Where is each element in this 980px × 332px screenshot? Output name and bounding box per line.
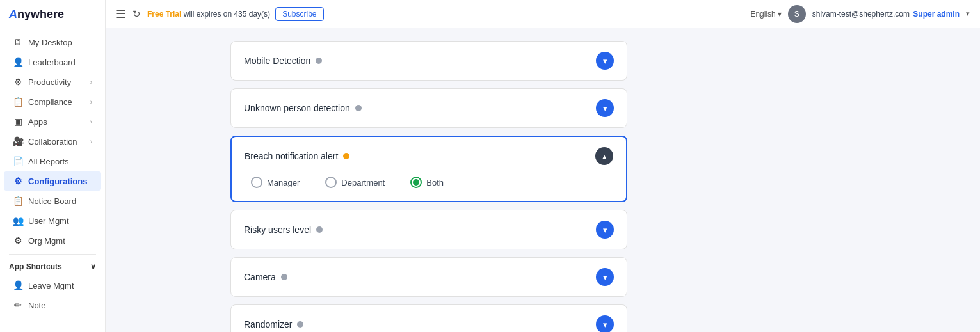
status-indicator	[316, 226, 323, 233]
sidebar-item-my-desktop[interactable]: 🖥 My Desktop	[4, 33, 101, 52]
mobile-detection-card: Mobile Detection ▾	[230, 41, 627, 81]
randomizer-card: Randomizer ▾	[230, 304, 627, 332]
status-indicator	[297, 321, 303, 328]
collaboration-icon: 🎥	[13, 136, 23, 146]
logo-text: Anywhere	[9, 8, 64, 21]
radio-both[interactable]: Both	[410, 177, 444, 188]
app-shortcuts-label: App Shortcuts	[9, 262, 62, 271]
unknown-person-toggle[interactable]: ▾	[596, 99, 614, 117]
compliance-icon: 📋	[13, 97, 23, 107]
subscribe-button[interactable]: Subscribe	[275, 7, 323, 21]
radio-circle-department	[325, 177, 337, 188]
status-indicator	[355, 105, 362, 111]
sidebar-item-configurations[interactable]: ⚙ Configurations	[4, 171, 101, 191]
camera-card: Camera ▾	[230, 257, 627, 297]
leave-mgmt-icon: 👤	[13, 280, 23, 290]
radio-department[interactable]: Department	[325, 177, 385, 188]
card-title: Camera	[244, 272, 287, 282]
chevron-right-icon: ›	[90, 138, 92, 145]
status-indicator	[343, 153, 349, 159]
note-icon: ✏	[13, 300, 23, 310]
breach-notification-card: Breach notification alert ▴ Manager Depa…	[230, 136, 627, 202]
apps-icon: ▣	[13, 116, 23, 127]
sidebar-divider	[9, 254, 96, 255]
topbar: ☰ ↻ Free Trial will expires on 435 day(s…	[106, 0, 980, 28]
card-body: Manager Department Both	[245, 174, 613, 191]
notice-board-icon: 📋	[13, 196, 23, 206]
camera-toggle[interactable]: ▾	[596, 268, 614, 286]
card-title: Breach notification alert	[245, 151, 349, 161]
sidebar-item-org-mgmt[interactable]: ⚙ Org Mgmt	[4, 231, 101, 250]
radio-circle-both	[410, 177, 422, 188]
chevron-right-icon: ›	[90, 79, 92, 86]
chevron-down-icon[interactable]: ▾	[966, 10, 970, 18]
sidebar-item-notice-board[interactable]: 📋 Notice Board	[4, 191, 101, 210]
chevron-down-icon: ∨	[90, 262, 96, 271]
sidebar-item-productivity[interactable]: ⚙ Productivity ›	[4, 72, 101, 91]
logo: Anywhere	[0, 0, 105, 28]
sidebar-item-apps[interactable]: ▣ Apps ›	[4, 112, 101, 131]
card-title: Risky users level	[244, 225, 323, 235]
risky-users-card: Risky users level ▾	[230, 210, 627, 249]
sidebar-item-leave-mgmt[interactable]: 👤 Leave Mgmt	[4, 276, 101, 295]
desktop-icon: 🖥	[13, 37, 23, 47]
radio-manager[interactable]: Manager	[251, 177, 300, 188]
status-indicator	[281, 274, 287, 280]
configurations-icon: ⚙	[13, 176, 23, 186]
productivity-icon: ⚙	[13, 77, 23, 87]
breach-notification-toggle[interactable]: ▴	[595, 147, 613, 165]
app-shortcuts-header[interactable]: App Shortcuts ∨	[0, 258, 105, 275]
main-content: Mobile Detection ▾ Unknown person detect…	[211, 28, 980, 332]
randomizer-toggle[interactable]: ▾	[596, 315, 614, 332]
card-title: Unknown person detection	[244, 103, 362, 113]
menu-icon[interactable]: ☰	[116, 7, 126, 21]
sidebar: Anywhere 🖥 My Desktop 👤 Leaderboard ⚙ Pr…	[0, 0, 106, 332]
leaderboard-icon: 👤	[13, 57, 23, 67]
risky-users-toggle[interactable]: ▾	[596, 221, 614, 239]
card-title: Randomizer	[244, 319, 303, 329]
mobile-detection-toggle[interactable]: ▾	[596, 52, 614, 70]
org-mgmt-icon: ⚙	[13, 235, 23, 246]
sidebar-item-all-reports[interactable]: 📄 All Reports	[4, 152, 101, 171]
sidebar-item-user-mgmt[interactable]: 👥 User Mgmt	[4, 211, 101, 230]
user-info: shivam-test@shephertz.com Super admin	[812, 10, 960, 19]
topbar-right: English ▾ S shivam-test@shephertz.com Su…	[750, 5, 970, 23]
sidebar-item-leaderboard[interactable]: 👤 Leaderboard	[4, 52, 101, 72]
sidebar-item-collaboration[interactable]: 🎥 Collaboration ›	[4, 132, 101, 151]
chevron-right-icon: ›	[90, 118, 92, 125]
chevron-down-icon: ▾	[778, 10, 782, 19]
reports-icon: 📄	[13, 156, 23, 166]
card-header: Breach notification alert ▴	[245, 147, 613, 165]
status-indicator	[316, 58, 322, 64]
sidebar-item-note[interactable]: ✏ Note	[4, 296, 101, 315]
chevron-right-icon: ›	[90, 99, 92, 106]
language-selector[interactable]: English ▾	[750, 10, 781, 19]
card-title: Mobile Detection	[244, 56, 322, 66]
trial-text: Free Trial will expires on 435 day(s)	[147, 10, 270, 19]
sidebar-item-compliance[interactable]: 📋 Compliance ›	[4, 92, 101, 111]
unknown-person-card: Unknown person detection ▾	[230, 88, 627, 128]
user-mgmt-icon: 👥	[13, 216, 23, 226]
avatar: S	[788, 5, 806, 23]
sidebar-nav: 🖥 My Desktop 👤 Leaderboard ⚙ Productivit…	[0, 28, 105, 332]
radio-circle-manager	[251, 177, 262, 188]
refresh-icon[interactable]: ↻	[133, 8, 141, 20]
